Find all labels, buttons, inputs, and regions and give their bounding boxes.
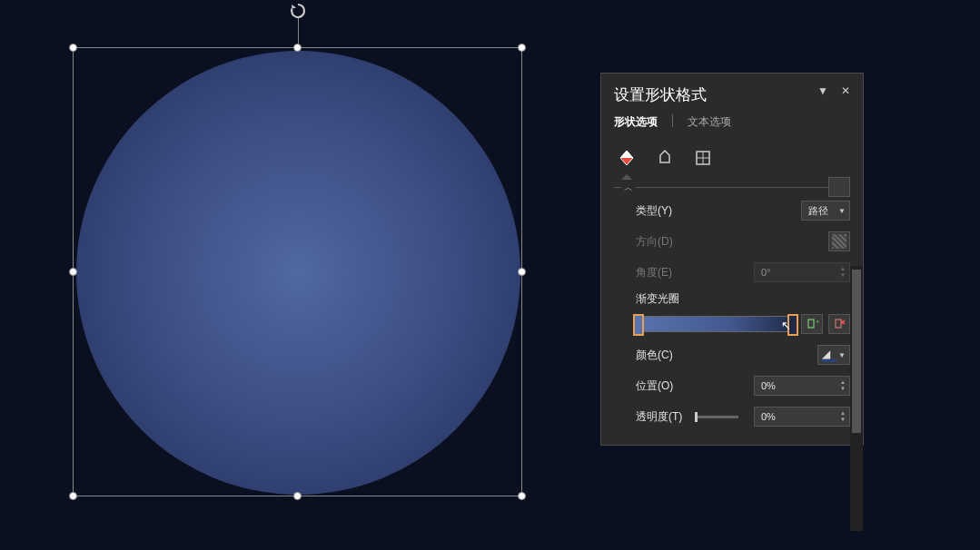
angle-spinner: 0° ▲▼ [754, 262, 850, 282]
effects-icon[interactable] [652, 145, 678, 171]
transparency-label: 透明度(T) [636, 409, 682, 425]
chevron-down-icon: ▼ [838, 351, 846, 359]
resize-handle-mr[interactable] [518, 268, 526, 276]
resize-handle-bm[interactable] [293, 492, 302, 500]
transparency-slider[interactable] [698, 416, 738, 418]
position-label: 位置(O) [636, 378, 673, 394]
svg-rect-5 [836, 319, 841, 328]
type-dropdown[interactable]: 路径 ▼ [801, 201, 850, 221]
panel-title: 设置形状格式 [614, 84, 707, 105]
color-label: 颜色(C) [636, 348, 673, 363]
direction-label: 方向(D) [636, 234, 673, 250]
scrollbar-thumb[interactable] [852, 270, 861, 433]
resize-handle-br[interactable] [518, 492, 526, 500]
preset-button[interactable] [828, 177, 850, 197]
mouse-cursor-icon: ↖ [781, 319, 791, 332]
resize-handle-bl[interactable] [69, 492, 77, 500]
position-spinner[interactable]: 0% ▲▼ [754, 376, 850, 396]
resize-handle-tr[interactable] [518, 44, 526, 52]
remove-gradient-stop-button[interactable] [828, 314, 850, 334]
rotate-connector [298, 18, 299, 44]
oval-shape[interactable] [76, 51, 520, 495]
type-label: 类型(Y) [636, 203, 672, 219]
direction-swatch [832, 234, 846, 249]
gradient-stops-bar[interactable]: ↖ [636, 316, 796, 332]
direction-button[interactable] [828, 231, 850, 251]
tab-divider [672, 114, 673, 127]
paint-bucket-icon: ◢ [822, 348, 830, 360]
canvas-area [73, 47, 522, 496]
svg-rect-3 [808, 319, 814, 328]
chevron-down-icon: ▼ [838, 207, 846, 215]
color-picker-button[interactable]: ◢ ▼ [817, 345, 850, 365]
chevron-up-icon[interactable]: ︿ [621, 182, 636, 194]
rotate-handle[interactable] [289, 2, 307, 20]
tab-text-options[interactable]: 文本选项 [688, 114, 731, 132]
transparency-spinner[interactable]: 0% ▲▼ [754, 407, 850, 427]
angle-label: 角度(E) [636, 265, 672, 280]
panel-dropdown-icon[interactable]: ▼ [817, 84, 828, 97]
gradient-stops-label: 渐变光圈 [614, 288, 850, 309]
fill-line-icon[interactable] [614, 145, 639, 171]
selection-bounds [73, 47, 522, 496]
resize-handle-ml[interactable] [69, 268, 77, 276]
add-gradient-stop-button[interactable]: + [801, 314, 823, 334]
tab-shape-options[interactable]: 形状选项 [614, 114, 658, 132]
size-properties-icon[interactable] [690, 145, 716, 171]
color-swatch [822, 359, 836, 362]
svg-text:+: + [816, 318, 818, 326]
panel-close-icon[interactable]: ✕ [841, 84, 850, 97]
scrollbar-track[interactable] [850, 266, 863, 531]
resize-handle-tl[interactable] [69, 44, 77, 52]
resize-handle-tm[interactable] [293, 44, 302, 52]
format-shape-panel: 设置形状格式 ▼ ✕ 形状选项 文本选项 [600, 73, 864, 446]
gradient-stop-1[interactable] [633, 314, 644, 336]
